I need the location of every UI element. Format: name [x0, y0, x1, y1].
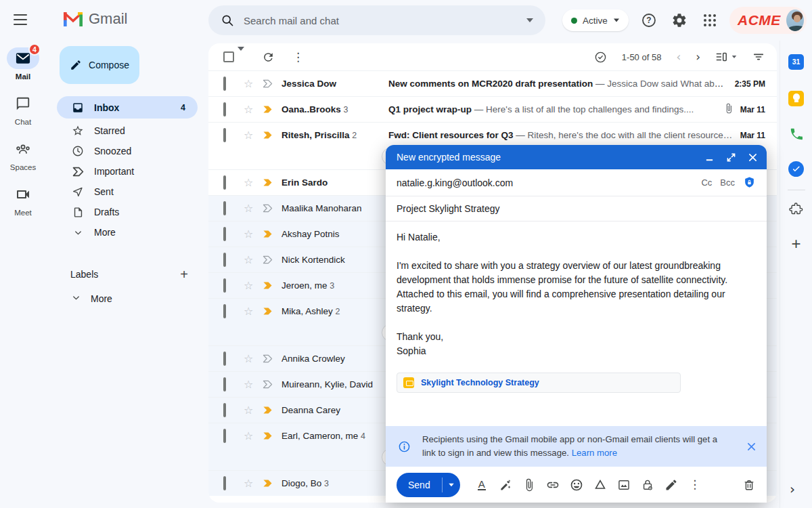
compose-attachment-chip[interactable]: Skylight Technology Strategy: [397, 373, 681, 393]
learn-more-link[interactable]: Learn more: [572, 448, 617, 458]
get-add-ons-icon[interactable]: [785, 197, 808, 220]
compose-header[interactable]: New encrypted message: [386, 145, 767, 169]
search-bar[interactable]: [208, 5, 545, 35]
send-options-caret-icon[interactable]: [443, 473, 460, 497]
thread-checkbox[interactable]: [223, 77, 226, 91]
thread-checkbox[interactable]: [223, 429, 226, 443]
confidential-mode-icon[interactable]: [640, 478, 655, 492]
expand-icon[interactable]: [727, 153, 736, 162]
star-toggle-icon[interactable]: ☆: [244, 104, 263, 115]
subject-field[interactable]: Project Skylight Strategy: [386, 196, 767, 221]
more-send-options-icon[interactable]: ⋮: [687, 478, 702, 492]
calendar-icon[interactable]: 31: [785, 50, 808, 73]
discard-draft-icon[interactable]: [742, 478, 756, 492]
status-selector[interactable]: Active: [562, 9, 629, 31]
thread-checkbox[interactable]: [223, 352, 226, 366]
account-avatar[interactable]: [786, 9, 804, 31]
star-toggle-icon[interactable]: ☆: [244, 177, 263, 188]
dismiss-banner-icon[interactable]: [747, 442, 756, 451]
main-menu-icon[interactable]: [14, 14, 27, 25]
importance-marker-icon[interactable]: [263, 354, 281, 363]
star-toggle-icon[interactable]: ☆: [244, 229, 263, 240]
insert-photo-icon[interactable]: [616, 478, 631, 492]
thread-checkbox[interactable]: [223, 128, 226, 142]
add-panel-button[interactable]: +: [785, 232, 808, 255]
thread-checkbox[interactable]: [223, 476, 226, 490]
thread-checkbox[interactable]: [223, 201, 226, 215]
star-toggle-icon[interactable]: ☆: [244, 130, 263, 141]
google-apps-grid-icon[interactable]: [701, 12, 719, 29]
select-options-caret-icon[interactable]: [238, 51, 244, 63]
help-button[interactable]: ?: [640, 12, 658, 29]
importance-marker-icon[interactable]: [263, 255, 281, 264]
close-icon[interactable]: [748, 153, 757, 162]
thread-checkbox[interactable]: [223, 278, 226, 293]
star-toggle-icon[interactable]: ☆: [244, 203, 263, 214]
star-toggle-icon[interactable]: ☆: [244, 405, 263, 416]
voice-icon[interactable]: [785, 123, 808, 146]
help-me-write-icon[interactable]: [498, 478, 513, 492]
importance-marker-icon[interactable]: [263, 79, 281, 88]
cc-button[interactable]: Cc: [701, 177, 712, 188]
attach-file-icon[interactable]: [522, 478, 537, 492]
keep-icon[interactable]: [785, 87, 808, 110]
star-toggle-icon[interactable]: ☆: [244, 306, 263, 317]
settings-gear-icon[interactable]: [671, 12, 688, 29]
search-options-caret-icon[interactable]: [526, 18, 533, 22]
labels-more[interactable]: More: [46, 289, 203, 309]
insert-emoji-icon[interactable]: [569, 478, 584, 492]
importance-marker-icon[interactable]: [263, 307, 281, 316]
importance-marker-icon[interactable]: [263, 178, 281, 187]
sidebar-item-sent[interactable]: Sent: [46, 182, 203, 202]
rail-item-meet[interactable]: Meet: [0, 184, 46, 217]
send-button[interactable]: Send: [397, 473, 460, 497]
importance-marker-icon[interactable]: [263, 281, 281, 290]
encryption-shield-icon[interactable]: [743, 176, 756, 189]
thread-checkbox[interactable]: [223, 102, 226, 117]
recipient-address[interactable]: natalie.g.king@outlook.com: [397, 177, 513, 188]
star-toggle-icon[interactable]: ☆: [244, 79, 263, 89]
rail-item-chat[interactable]: Chat: [0, 93, 46, 126]
sidebar-item-drafts[interactable]: Drafts: [46, 202, 203, 222]
older-page-icon[interactable]: ›: [696, 51, 700, 63]
thread-checkbox[interactable]: [223, 403, 226, 417]
star-toggle-icon[interactable]: ☆: [244, 354, 263, 364]
recipients-row[interactable]: natalie.g.king@outlook.com Cc Bcc: [386, 169, 767, 196]
importance-marker-icon[interactable]: [263, 230, 281, 238]
insert-link-icon[interactable]: [545, 478, 560, 492]
sidebar-item-more[interactable]: More: [46, 222, 203, 242]
message-body[interactable]: Hi Natalie,I'm excited to share with you…: [386, 221, 767, 426]
collapse-panel-icon[interactable]: ›: [790, 481, 795, 497]
star-toggle-icon[interactable]: ☆: [244, 379, 263, 390]
importance-marker-icon[interactable]: [263, 380, 281, 389]
create-label-button[interactable]: +: [180, 268, 188, 281]
tasks-icon[interactable]: [785, 157, 808, 180]
search-input[interactable]: [244, 15, 517, 26]
rail-item-spaces[interactable]: Spaces: [0, 138, 46, 171]
thread-checkbox[interactable]: [223, 175, 226, 190]
importance-marker-icon[interactable]: [263, 406, 281, 415]
minimize-icon[interactable]: [705, 153, 714, 162]
refresh-icon[interactable]: [262, 51, 275, 64]
sidebar-item-snoozed[interactable]: Snoozed: [46, 141, 203, 161]
input-tools-icon[interactable]: [594, 51, 607, 64]
sidebar-item-important[interactable]: Important: [46, 161, 203, 182]
importance-marker-icon[interactable]: [263, 204, 281, 213]
importance-marker-icon[interactable]: [263, 479, 281, 488]
insert-signature-icon[interactable]: [664, 478, 679, 492]
thread-checkbox[interactable]: [223, 227, 226, 241]
sidebar-item-starred[interactable]: Starred: [46, 121, 203, 141]
select-all-checkbox[interactable]: [223, 51, 234, 62]
importance-marker-icon[interactable]: [263, 105, 281, 114]
sidebar-item-inbox[interactable]: Inbox 4: [57, 96, 198, 119]
star-toggle-icon[interactable]: ☆: [244, 478, 263, 489]
formatting-options-icon[interactable]: A: [474, 478, 489, 492]
insert-from-drive-icon[interactable]: [593, 478, 608, 492]
importance-marker-icon[interactable]: [263, 431, 281, 440]
thread-checkbox[interactable]: [223, 377, 226, 391]
table-row[interactable]: ☆Oana..Brooks 3Q1 project wrap-up — Here…: [208, 96, 777, 122]
importance-marker-icon[interactable]: [263, 131, 281, 140]
newer-page-icon[interactable]: ‹: [676, 51, 681, 63]
star-toggle-icon[interactable]: ☆: [244, 431, 263, 442]
bcc-button[interactable]: Bcc: [720, 177, 735, 188]
